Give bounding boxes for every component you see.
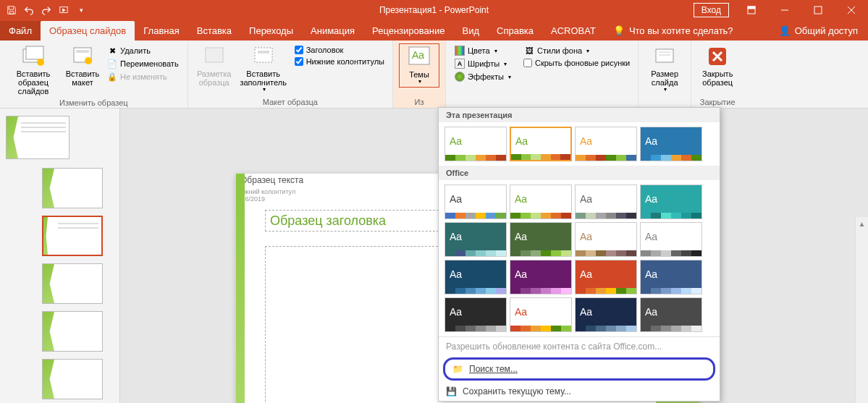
close-master-button[interactable]: Закрыть образец [697,43,738,88]
undo-icon[interactable] [20,1,38,19]
insert-layout-button[interactable]: Вставить макет [62,43,103,88]
workspace: Образец заголовка Образец текста Нижний … [0,109,868,403]
colors-button[interactable]: Цвета▾ [453,45,513,56]
preserve-icon: 🔒 [107,72,117,82]
themes-dropdown: Эта презентация AaAaAaAa Office AaAaAaAa… [438,107,720,402]
theme-tile[interactable]: Aa [640,127,702,161]
save-icon[interactable] [3,1,20,19]
close-master-icon [706,45,729,68]
group-label-edit-master: Изменить образец [6,97,182,107]
bg-styles-icon: 🖼 [524,46,534,56]
body-placeholder[interactable]: Образец текста [236,174,417,188]
delete-button[interactable]: ✖Удалить [106,45,180,56]
rename-icon: 📄 [107,59,117,69]
signin-button[interactable]: Вход [694,3,729,17]
themes-button[interactable]: Aa Темы▾ [399,43,439,88]
theme-tile[interactable]: Aa [510,222,572,257]
group-label-master-layout: Макет образца [194,96,387,106]
theme-tile[interactable]: Aa [575,127,637,161]
theme-tile[interactable]: Aa [444,260,507,294]
master-layout-button: Разметка образца [194,43,235,88]
themes-icon: Aa [408,46,431,69]
browse-themes-button[interactable]: 📁 Поиск тем... [443,357,715,381]
theme-tile[interactable]: Aa [575,297,637,332]
tab-insert[interactable]: Вставка [188,21,240,41]
svg-point-12 [85,57,92,64]
preserve-button: 🔒Не изменять [106,71,180,82]
delete-icon: ✖ [107,46,117,56]
tab-file[interactable]: Файл [0,21,41,41]
theme-tile[interactable]: Aa [640,260,702,294]
qat-customize-icon[interactable]: ▾ [72,1,90,19]
group-size: Размер слайда▾ [639,41,691,108]
tab-acrobat[interactable]: ACROBAT [542,21,604,41]
theme-tile[interactable]: Aa [444,127,507,161]
theme-tile[interactable]: Aa [640,222,702,257]
tab-transitions[interactable]: Переходы [240,21,302,41]
tab-view[interactable]: Вид [453,21,488,41]
theme-tile[interactable]: Aa [444,184,507,219]
insert-placeholder-button[interactable]: Вставить заполнитель▾ [236,43,291,95]
tab-slide-master[interactable]: Образец слайдов [41,21,135,41]
title-bar: ▾ Презентация1 - PowerPoint Вход [0,0,868,20]
theme-tile[interactable]: Aa [575,184,637,219]
cb-hide-bg[interactable]: Скрыть фоновые рисунки [523,58,631,68]
effects-button[interactable]: Эффекты▾ [453,71,513,82]
tab-review[interactable]: Рецензирование [363,21,453,41]
share-icon: 👤 [779,25,791,36]
svg-point-9 [37,59,44,66]
theme-tile[interactable]: Aa [444,297,507,332]
redo-icon[interactable] [38,1,55,19]
theme-tile[interactable]: Aa [575,260,637,294]
thumbnail-panel[interactable] [0,109,120,403]
themes-grid-office: AaAaAaAaAaAaAaAaAaAaAaAaAaAaAaAa [439,180,720,336]
layout-thumbnail-5[interactable] [42,359,103,399]
theme-tile[interactable]: Aa [510,127,572,161]
title-placeholder[interactable]: Образец заголовка [265,210,446,232]
save-current-theme-button[interactable]: 💾 Сохранить текущую тему... [439,382,720,401]
theme-tile[interactable]: Aa [444,222,507,257]
bg-styles-button[interactable]: 🖼Стили фона▾ [523,45,631,56]
bulb-icon: 💡 [613,25,625,36]
rename-button[interactable]: 📄Переименовать [106,58,180,69]
scroll-up-icon[interactable]: ▲ [856,217,868,230]
insert-slide-master-button[interactable]: Вставить образец слайдов [6,43,61,97]
master-thumbnail[interactable] [6,116,69,159]
group-close: Закрыть образец Закрытие [691,41,743,108]
svg-text:Aa: Aa [412,49,424,61]
theme-tile[interactable]: Aa [640,297,702,332]
vertical-scrollbar[interactable]: ▲ [855,217,868,403]
theme-tile[interactable]: Aa [510,260,572,294]
cb-title[interactable]: Заголовок [294,45,385,55]
svg-rect-18 [656,49,673,62]
cb-footers[interactable]: Нижние колонтитулы [294,56,385,67]
footer-placeholder[interactable]: Нижний колонтитул [236,188,366,195]
ribbon-display-options-icon[interactable] [735,0,768,20]
group-master-layout: Разметка образца Вставить заполнитель▾ З… [188,41,393,108]
theme-tile[interactable]: Aa [575,222,637,257]
colors-icon [455,46,465,56]
tab-home[interactable]: Главная [135,21,187,41]
tab-help[interactable]: Справка [488,21,542,41]
themes-grid-presentation: AaAaAaAa [439,122,720,166]
minimize-icon[interactable] [768,0,801,20]
slide-size-button[interactable]: Размер слайда▾ [644,43,685,95]
layout-thumbnail-1[interactable] [42,168,103,208]
layout-thumbnail-2[interactable] [42,216,103,256]
svg-rect-2 [748,7,755,9]
ribbon-body: Вставить образец слайдов Вставить макет … [0,41,868,109]
theme-tile[interactable]: Aa [510,184,572,219]
svg-rect-8 [26,46,43,59]
share-button[interactable]: 👤 Общий доступ [769,21,868,41]
close-icon[interactable] [835,0,868,20]
theme-tile[interactable]: Aa [510,297,572,332]
start-slideshow-icon[interactable] [55,1,72,19]
maximize-icon[interactable] [801,0,835,20]
tab-animations[interactable]: Анимация [302,21,363,41]
tell-me-search[interactable]: 💡 Что вы хотите сделать? [604,21,742,41]
layout-thumbnail-3[interactable] [42,263,103,304]
theme-tile[interactable]: Aa [640,184,702,219]
window-title: Презентация1 - PowerPoint [379,5,489,15]
layout-thumbnail-4[interactable] [42,311,103,352]
fonts-button[interactable]: AШрифты▾ [453,58,513,69]
